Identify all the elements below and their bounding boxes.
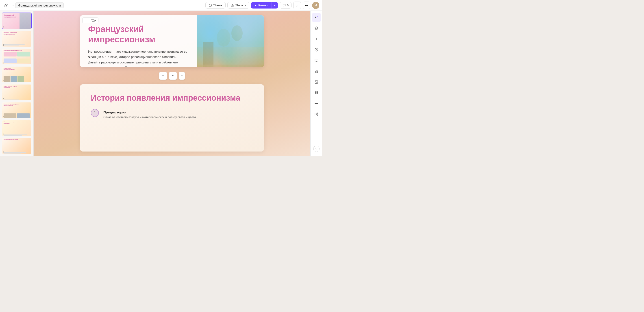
timeline-desc-1: Отказ от жесткого контура и материальнос… [103,115,197,120]
svg-rect-29 [315,93,316,93]
right-panel: ✦AI [310,11,322,156]
topbar: > Французский импрессионизм Theme Share … [0,0,322,11]
svg-rect-6 [197,15,264,47]
present-dropdown-arrow[interactable]: ▾ [272,2,278,8]
thumb-image-1 [20,13,31,29]
timeline-item-1: 1 Предыстория Отказ от жесткого контура … [91,109,253,125]
edit-button[interactable] [312,110,321,119]
svg-rect-24 [316,71,318,73]
theme-button[interactable]: Theme [206,2,226,8]
controls-dropdown[interactable]: ▾ [179,72,185,80]
svg-rect-27 [315,91,316,92]
topbar-left: > Французский импрессионизм [3,2,204,9]
svg-marker-2 [255,4,256,6]
slide-main-title: Французский импрессионизм [88,24,188,45]
present-button[interactable]: Present ▾ [251,2,278,8]
svg-rect-28 [316,91,318,92]
thumb-title-8: Заключение и выводы [4,139,19,140]
components-button[interactable] [312,88,321,97]
svg-marker-12 [315,27,318,28]
svg-rect-10 [197,64,264,67]
slide-refresh-icon[interactable]: ▾ [92,18,96,22]
thumb-title-5: Характерные чертыживописи [4,85,17,88]
slide-1-text-block: Французский импрессионизм Импрессионизм … [88,24,188,67]
svg-rect-23 [315,71,316,73]
topbar-right: Theme Share ▾ Present ▾ [206,1,319,9]
analytics-button[interactable] [293,1,301,9]
slide-1-card: ⋮⋮ ▾ Французский импрессионизм [80,15,264,67]
layers-button[interactable] [312,24,321,33]
info-button[interactable] [312,45,321,54]
more-options-button[interactable]: ··· [303,1,310,9]
slide-add-controls: + ✦ ▾ [159,72,185,80]
slide-1-image [197,15,264,67]
svg-point-7 [217,29,230,47]
breadcrumb-title[interactable]: Французский импрессионизм [15,2,64,8]
thumb-lines-1 [4,26,15,27]
comment-button[interactable]: 0 [280,2,292,8]
svg-rect-32 [316,93,318,94]
ai-assistant-button[interactable]: ✦AI [312,13,321,22]
slide-thumb-7[interactable]: Влияние на мировоеискусство 7 [2,120,32,136]
help-button[interactable]: ? [313,146,320,152]
timeline-num-1: 1 [91,109,99,117]
svg-rect-9 [204,42,214,67]
thumb-title-7: Влияние на мировоеискусство [4,121,18,124]
thumb-title-4: Художники-импрессионисты [4,67,15,70]
slide-2-card: История появления импрессионизма 1 Преды… [80,84,264,152]
main-layout: ✕ Французскийимпрессионизм 1 История поя… [0,11,322,156]
slide-menu-icon[interactable]: ⋮⋮ [84,18,90,22]
slide-num-3: 3 [3,62,4,64]
thumb-title-3: Основные принципы стиля [4,50,22,51]
breadcrumb-separator: > [12,3,14,7]
present-main[interactable]: Present [251,2,272,8]
svg-rect-21 [315,70,316,71]
slide-thumb-6[interactable]: Главные произведенияфранцузского 6 [2,102,32,119]
divider-button[interactable] [312,99,321,108]
content-area: ⋮⋮ ▾ Французский импрессионизм [34,11,310,156]
slide-thumb-8[interactable]: Заключение и выводы 8 [2,138,32,154]
slide-toolbar: ⋮⋮ ▾ [82,17,98,23]
typography-button[interactable] [312,34,321,43]
timeline-content-1: Предыстория Отказ от жесткого контура и … [103,109,197,125]
user-avatar[interactable]: М [312,2,319,9]
slide-1-content: Французский импрессионизм Импрессионизм … [80,15,264,67]
slide-num-2: 2 [3,44,4,46]
slides-panel-button[interactable] [312,56,321,65]
thumb-title-2: История появленияимпрессионизма [4,32,17,35]
thumb-title-1: Французскийимпрессионизм [4,14,16,18]
svg-rect-22 [316,70,318,71]
timeline-title-1: Предыстория [103,110,197,114]
thumb-title-6: Главные произведенияфранцузского [4,103,19,106]
slide-num-7: 7 [3,133,4,135]
slide-num-4: 4 [3,80,4,82]
slide-thumb-5[interactable]: Характерные чертыживописи 5 [2,84,32,101]
layout-button[interactable] [312,67,321,76]
svg-rect-31 [315,93,316,94]
slides-sidebar: ✕ Французскийимпрессионизм 1 История поя… [0,11,34,156]
timeline-num-wrap-1: 1 [91,109,99,125]
timeline-line-1 [95,118,95,125]
home-button[interactable] [3,2,10,9]
image-button[interactable] [312,77,321,86]
svg-rect-18 [315,59,318,61]
slide-num-1: 1 [3,26,4,28]
svg-point-26 [316,81,316,82]
slide-num-5: 5 [3,97,4,100]
slide-thumb-1[interactable]: ✕ Французскийимпрессионизм 1 [2,12,32,29]
slide-description: Импрессионизм — это художественное напра… [88,49,188,67]
slide-thumb-2[interactable]: История появленияимпрессионизма 2 [2,30,32,47]
slide-num-6: 6 [3,115,4,118]
slide-num-8: 8 [3,151,4,153]
svg-rect-30 [316,93,318,93]
slide-thumb-3[interactable]: Основные принципы стиля 3 [2,48,32,65]
slide-2-title: История появления импрессионизма [91,93,253,103]
share-button[interactable]: Share ▾ [227,2,249,8]
add-slide-button[interactable]: + [159,72,167,80]
svg-point-8 [232,25,242,41]
magic-layout-button[interactable]: ✦ [169,72,177,80]
slide-thumb-4[interactable]: Художники-импрессионисты 4 [2,66,32,83]
